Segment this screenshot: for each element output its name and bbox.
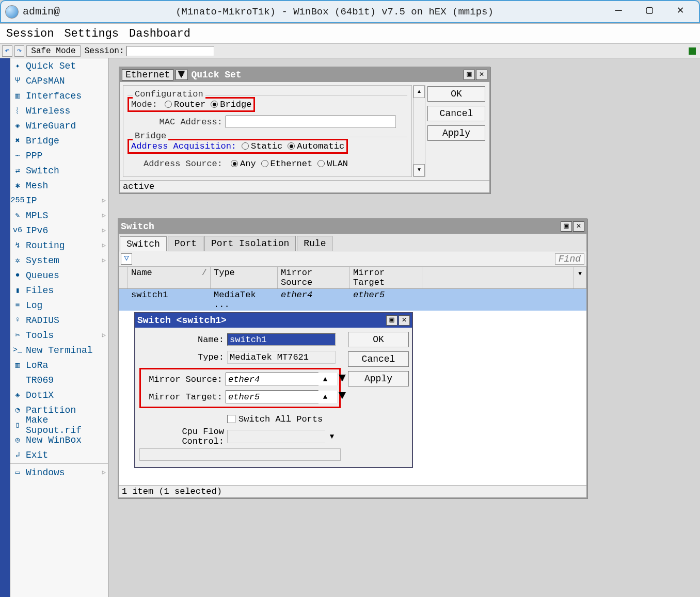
gh-name[interactable]: Name/ — [128, 267, 211, 288]
src-label: Address Source: — [128, 159, 226, 169]
switch-titlebar[interactable]: Switch ▣ ✕ — [119, 219, 586, 234]
src-wlan-radio[interactable] — [317, 160, 325, 167]
sidebar-item-ip[interactable]: 255IP▷ — [10, 193, 108, 208]
switch-all-checkbox[interactable] — [227, 415, 235, 423]
sidebar-item-tools[interactable]: ✂Tools▷ — [10, 328, 108, 343]
sidebar-item-label: PPP — [26, 151, 42, 161]
session-input[interactable] — [126, 46, 214, 56]
sidebar-item-label: Interfaces — [26, 91, 82, 101]
sidebar-item-queues[interactable]: ●Queues — [10, 268, 108, 283]
gh-tgt[interactable]: Mirror Target — [350, 267, 422, 288]
quickset-ok-button[interactable]: OK — [427, 86, 485, 102]
quickset-combo[interactable]: Ethernet — [122, 69, 173, 80]
sidebar-item-ppp[interactable]: ⋯PPP — [10, 148, 108, 163]
mirror-tgt-combo[interactable]: ⯆ — [226, 390, 319, 404]
dlg-ok-button[interactable]: OK — [348, 332, 409, 347]
mode-router-radio[interactable] — [165, 101, 172, 108]
title-text: (Minato-MikroTik) - WinBox (64bit) v7.5 … — [60, 6, 609, 18]
quickset-close-button[interactable]: ✕ — [476, 70, 487, 80]
switch-dialog-restore-button[interactable]: ▣ — [386, 315, 397, 326]
acq-auto-radio[interactable] — [288, 142, 295, 150]
routing-icon: ↯ — [12, 241, 23, 250]
sidebar-item-new-terminal[interactable]: >_New Terminal — [10, 343, 108, 358]
mirror-tgt-up[interactable]: ▲ — [321, 393, 330, 401]
sidebar-item-tr069[interactable]: TR069 — [10, 373, 108, 388]
sidebar-item-windows[interactable]: ▭Windows▷ — [10, 465, 108, 480]
sidebar-item-log[interactable]: ≡Log — [10, 298, 108, 313]
maximize-button[interactable]: ▢ — [640, 5, 659, 19]
switch-dialog-title: Switch <switch1> — [137, 315, 227, 326]
sidebar-item-mesh[interactable]: ✱Mesh — [10, 178, 108, 193]
sidebar-item-capsman[interactable]: ΨCAPsMAN — [10, 73, 108, 88]
switch-restore-button[interactable]: ▣ — [561, 221, 572, 232]
sidebar-item-ipv6[interactable]: v6IPv6▷ — [10, 223, 108, 238]
undo-button[interactable]: ↶ — [2, 45, 12, 57]
sidebar-item-quick-set[interactable]: ✦Quick Set — [10, 58, 108, 73]
src-any-radio[interactable] — [231, 160, 238, 167]
switch-close-button[interactable]: ✕ — [573, 221, 584, 232]
sidebar-item-dot1x[interactable]: ◈Dot1X — [10, 388, 108, 402]
side-tab[interactable]: RouterOS WinBox — [0, 58, 10, 597]
sidebar-item-switch[interactable]: ⇄Switch — [10, 163, 108, 178]
quickset-cancel-button[interactable]: Cancel — [427, 106, 485, 121]
sidebar-item-radius[interactable]: ♀RADIUS — [10, 313, 108, 328]
filter-icon[interactable]: ▽ — [121, 253, 132, 265]
sidebar-item-make-supout-rif[interactable]: ▯Make Supout.rif — [10, 417, 108, 432]
sidebar-item-interfaces[interactable]: ▥Interfaces — [10, 88, 108, 103]
quickset-apply-button[interactable]: Apply — [427, 125, 485, 141]
dlg-apply-button[interactable]: Apply — [348, 371, 409, 386]
gh-src[interactable]: Mirror Source — [278, 267, 350, 288]
gh-menu[interactable]: ▾ — [574, 267, 586, 288]
scroll-down-button[interactable]: ▾ — [413, 164, 425, 176]
quickset-restore-button[interactable]: ▣ — [464, 70, 475, 80]
sidebar-item-system[interactable]: ✲System▷ — [10, 253, 108, 268]
mirror-src-up[interactable]: ▲ — [321, 375, 330, 383]
sidebar-item-exit[interactable]: ↲Exit — [10, 447, 108, 462]
close-button[interactable]: ✕ — [671, 5, 690, 19]
sidebar-item-label: Windows — [26, 467, 65, 478]
quickset-combo-arrow[interactable]: ⯆ — [176, 70, 188, 80]
ppp-icon: ⋯ — [12, 151, 23, 160]
menu-settings[interactable]: Settings — [64, 27, 119, 40]
menu-dashboard[interactable]: Dashboard — [129, 27, 190, 40]
minimize-button[interactable]: — — [609, 5, 628, 19]
sidebar-item-routing[interactable]: ↯Routing▷ — [10, 238, 108, 253]
name-input[interactable] — [227, 333, 336, 346]
acq-static-radio[interactable] — [242, 142, 249, 150]
tab-rule[interactable]: Rule — [297, 236, 332, 251]
switch-icon: ⇄ — [12, 166, 23, 175]
files-icon: ▮ — [12, 286, 23, 295]
grid-header: Name/ Type Mirror Source Mirror Target ▾ — [119, 267, 586, 289]
quickset-titlebar[interactable]: Ethernet ⯆ Quick Set ▣ ✕ — [120, 68, 489, 82]
new terminal-icon: >_ — [12, 346, 23, 355]
tab-port-isolation[interactable]: Port Isolation — [204, 236, 296, 251]
find-button[interactable]: Find — [555, 253, 584, 265]
gh-type[interactable]: Type — [211, 267, 278, 288]
mac-input[interactable] — [226, 116, 396, 128]
scroll-up-button[interactable]: ▴ — [413, 86, 425, 98]
sidebar-item-mpls[interactable]: ✎MPLS▷ — [10, 208, 108, 223]
sidebar-item-bridge[interactable]: ✖Bridge — [10, 133, 108, 148]
table-row[interactable]: switch1 MediaTek ... ether4 ether5 — [119, 289, 586, 311]
menu-session[interactable]: Session — [6, 27, 54, 40]
safe-mode-button[interactable]: Safe Mode — [26, 45, 80, 57]
switch-title: Switch — [121, 221, 154, 232]
quickset-scrollbar[interactable]: ▴ ▾ — [413, 85, 425, 177]
wireguard-icon: ◈ — [12, 121, 23, 131]
switch-dialog-close-button[interactable]: ✕ — [399, 315, 410, 326]
sidebar-item-label: IPv6 — [26, 225, 48, 236]
mirror-src-combo[interactable]: ⯆ — [226, 373, 319, 386]
sidebar-item-lora[interactable]: ▥LoRa — [10, 358, 108, 373]
src-eth-radio[interactable] — [261, 160, 268, 167]
dlg-cancel-button[interactable]: Cancel — [348, 351, 409, 367]
new winbox-icon: ◎ — [12, 435, 23, 445]
sidebar-item-files[interactable]: ▮Files — [10, 283, 108, 298]
mode-bridge-radio[interactable] — [211, 101, 218, 108]
tab-port[interactable]: Port — [168, 236, 203, 251]
cpu-flow-down[interactable]: ▼ — [327, 432, 337, 441]
cpu-flow-combo[interactable] — [227, 430, 325, 443]
sidebar-item-label: Quick Set — [26, 61, 76, 71]
switch-dialog-titlebar[interactable]: Switch <switch1> ▣ ✕ — [135, 313, 412, 328]
redo-button[interactable]: ↷ — [14, 45, 25, 57]
tab-switch[interactable]: Switch — [120, 236, 167, 251]
